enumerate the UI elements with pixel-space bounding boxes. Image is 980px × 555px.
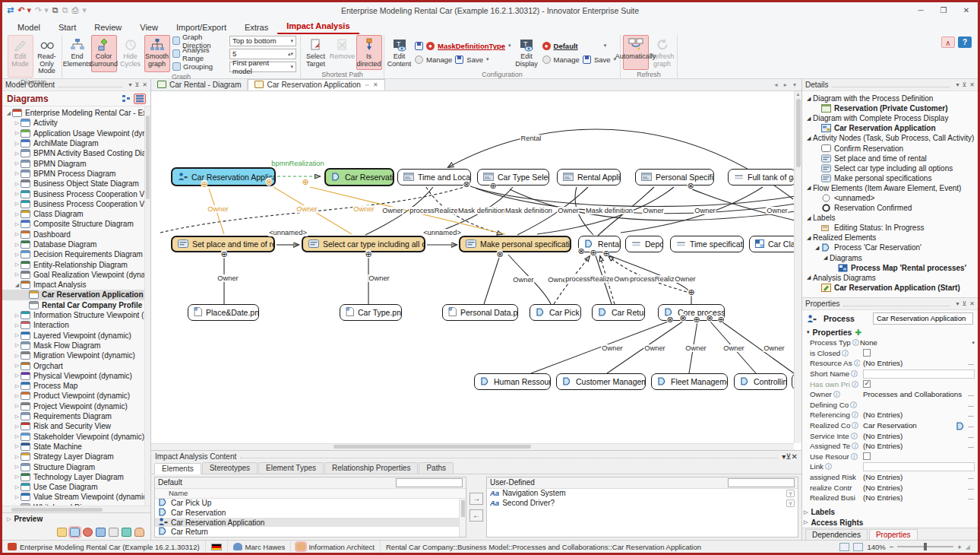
diagram-node-rental[interactable]: Rental bbox=[578, 236, 621, 252]
expander-icon[interactable]: ▷ bbox=[14, 484, 21, 490]
info-icon[interactable]: i bbox=[851, 433, 858, 439]
diagram-node-make-personal-specifications[interactable]: Make personal specifications bbox=[459, 236, 571, 252]
diagram-node-car-return[interactable]: Car Return bbox=[592, 304, 645, 321]
tree-item-entity-relationship-diagram[interactable]: ▷Entity-Relationship Diagram bbox=[2, 259, 150, 269]
zoom-page-icon[interactable] bbox=[853, 543, 863, 551]
manage-content-button[interactable]: Manage bbox=[426, 56, 452, 64]
user-defined-row-navigation-system[interactable]: AaNavigation SystemY bbox=[487, 489, 798, 499]
tree-item-technology-layer-diagram[interactable]: ▷Technology Layer Diagram bbox=[2, 472, 150, 482]
help-icon[interactable]: ? bbox=[958, 36, 972, 48]
tree-item-enterprise-modeling-rental-car-example-1[interactable]: ◢Enterprise Modeling Rental Car - Exampl… bbox=[2, 108, 150, 118]
info-icon[interactable]: i bbox=[851, 453, 858, 460]
collapse-ribbon-icon[interactable]: ∧ bbox=[941, 36, 955, 48]
diagram-node-time-and-location[interactable]: Time and Location bbox=[397, 169, 471, 186]
property-value[interactable]: (No Entries) bbox=[860, 493, 965, 502]
zoom-in-icon[interactable]: + bbox=[957, 543, 962, 551]
tree-item-physical-viewpoint-dynamic[interactable]: ▷Physical Viewpoint (dynamic) bbox=[2, 371, 150, 381]
hide-cycles-button[interactable]: Hide Cycles bbox=[118, 35, 144, 72]
diagram-node-rental-application[interactable]: Rental Application bbox=[557, 169, 621, 186]
diagram-view-icon[interactable] bbox=[70, 528, 80, 537]
display-config-dropdown[interactable]: Default bbox=[554, 42, 578, 50]
property-value[interactable]: (No Entries) bbox=[860, 442, 965, 450]
use-resour-checkbox[interactable] bbox=[863, 452, 871, 460]
undo-icon[interactable]: ↶ ▾ bbox=[17, 6, 31, 14]
expander-icon[interactable]: ▷ bbox=[14, 141, 21, 147]
tree-item-database-diagram[interactable]: ▷Database Diagram bbox=[2, 239, 150, 249]
details-item-activity-nodes-task-sub-process-call-act[interactable]: ◢Activity Nodes (Task, Sub Process, Call… bbox=[805, 133, 978, 143]
pin-icon[interactable]: ⊻ bbox=[962, 300, 966, 307]
canvas-vscrollbar[interactable]: ▲ bbox=[794, 91, 801, 443]
diagram-node-car-reservation[interactable]: Car Reservation bbox=[324, 168, 394, 186]
info-icon[interactable]: i bbox=[852, 411, 858, 418]
close-panel-icon[interactable]: ✕ bbox=[142, 81, 147, 88]
details-item-confirm-reservation[interactable]: Confirm Reservation bbox=[805, 143, 978, 153]
details-item-reservation-confirmed[interactable]: Reservation Confirmed bbox=[805, 203, 978, 213]
expander-icon[interactable]: ▷ bbox=[14, 423, 21, 430]
diagram-node-car-type-selection[interactable]: Car Type Selection bbox=[477, 169, 549, 186]
diagram-node-car-reservation-application[interactable]: Car Reservation Application bbox=[171, 167, 276, 186]
expander-icon[interactable]: ▷ bbox=[14, 191, 21, 197]
refresh-icon[interactable]: ⇄ bbox=[7, 6, 14, 14]
close-tab-icon[interactable]: ✕ bbox=[373, 81, 378, 88]
tree-item-business-object-state-diagram[interactable]: ▷Business Object State Diagram bbox=[2, 179, 150, 189]
property-value[interactable]: (No Entries) bbox=[860, 473, 965, 481]
details-item-car-reservation-application[interactable]: Car Reservation Application bbox=[805, 123, 978, 133]
tree-item-dashboard[interactable]: ▷Dashboard bbox=[2, 230, 150, 239]
copy-icon[interactable]: ⧉ bbox=[52, 6, 58, 14]
details-item-analysis-diagrams[interactable]: ◢Analysis Diagrams bbox=[805, 273, 978, 283]
expander-icon[interactable]: ◢ bbox=[815, 245, 821, 251]
diagram-node-car-type-png[interactable]: Car Type.png bbox=[340, 304, 402, 321]
filter-input[interactable] bbox=[396, 478, 463, 487]
expander-icon[interactable]: ▷ bbox=[14, 464, 21, 470]
mail-icon[interactable] bbox=[109, 528, 119, 537]
open-model-icon[interactable] bbox=[57, 528, 67, 537]
expander-icon[interactable]: ▷ bbox=[14, 201, 21, 207]
details-item-make-personal-specifications[interactable]: Make personal specifications bbox=[805, 173, 978, 183]
expander-icon[interactable]: ◢ bbox=[807, 185, 813, 191]
close-panel-icon[interactable]: ✕ bbox=[969, 300, 975, 307]
filter-icon[interactable]: Y bbox=[786, 500, 795, 507]
tree-item-bpmn-diagram[interactable]: ▷BPMN Diagram bbox=[2, 158, 150, 168]
expander-icon[interactable]: ▷ bbox=[14, 242, 21, 248]
pin-icon[interactable]: ⊻ bbox=[134, 81, 139, 88]
diagram-node-place-date-png[interactable]: Place&Date.png bbox=[188, 304, 259, 321]
save-content-button[interactable]: Save bbox=[466, 56, 483, 64]
section-access-rights[interactable]: ▷Access Rights bbox=[802, 518, 978, 528]
details-item-realized-elements[interactable]: ◢Realized Elements bbox=[805, 233, 978, 243]
details-item-editing-status-in-progress[interactable]: Editing Status: In Progress bbox=[805, 223, 978, 233]
filter-input[interactable] bbox=[728, 478, 795, 487]
panel-dropdown-icon[interactable]: ▾ bbox=[956, 300, 959, 307]
redo-icon[interactable]: ↷ ▾ bbox=[35, 6, 49, 14]
canvas-hscrollbar[interactable] bbox=[151, 443, 794, 450]
save-config-icon[interactable] bbox=[415, 42, 423, 50]
minimize-button[interactable]: ─ bbox=[909, 4, 932, 17]
browse-button[interactable]: … bbox=[965, 433, 978, 439]
tree-item-bpmn-process-diagram[interactable]: ▷BPMN Process Diagram bbox=[2, 169, 150, 179]
expander-icon[interactable]: ◢ bbox=[807, 116, 813, 122]
tree-item-use-case-diagram[interactable]: ▷Use Case Diagram bbox=[2, 482, 150, 492]
link-input[interactable] bbox=[863, 462, 975, 471]
select-target-button[interactable]: Select Target bbox=[303, 35, 329, 70]
property-value[interactable]: Processes and Collaborations bbox=[860, 390, 965, 398]
diagram-node-car-pick-up[interactable]: Car Pick Up bbox=[530, 304, 581, 321]
info-icon[interactable]: i bbox=[852, 442, 858, 449]
automatically-button[interactable]: Automatically bbox=[623, 35, 649, 70]
move-right-button[interactable]: → bbox=[469, 493, 483, 505]
zoom-slider[interactable] bbox=[897, 546, 953, 547]
expander-icon[interactable]: ◢ bbox=[5, 110, 12, 116]
workflow-icon[interactable] bbox=[122, 528, 131, 537]
tree-item-stakeholder-viewpoint-dynamic[interactable]: ▷Stakeholder Viewpoint (dynamic) bbox=[2, 432, 150, 442]
zoom-fit-icon[interactable] bbox=[839, 543, 849, 551]
manage-display-button[interactable]: Manage bbox=[554, 56, 580, 64]
list-view-icon[interactable] bbox=[134, 94, 146, 104]
expander-icon[interactable]: ◢ bbox=[807, 235, 813, 241]
expander-icon[interactable]: ▷ bbox=[14, 130, 21, 136]
info-icon[interactable]: i bbox=[825, 463, 832, 470]
process-typ-select[interactable]: None▾ bbox=[860, 338, 978, 347]
browse-button[interactable]: … bbox=[965, 401, 978, 408]
pin-icon[interactable]: ⊻ bbox=[962, 81, 966, 88]
expander-icon[interactable]: ▷ bbox=[14, 433, 21, 439]
tree-item-archimate-diagram[interactable]: ▷ArchiMate Diagram bbox=[2, 138, 150, 148]
tree-item-mask-flow-diagram[interactable]: ▷Mask Flow Diagram bbox=[2, 341, 150, 350]
paste-icon[interactable]: ⧉ bbox=[62, 6, 68, 14]
